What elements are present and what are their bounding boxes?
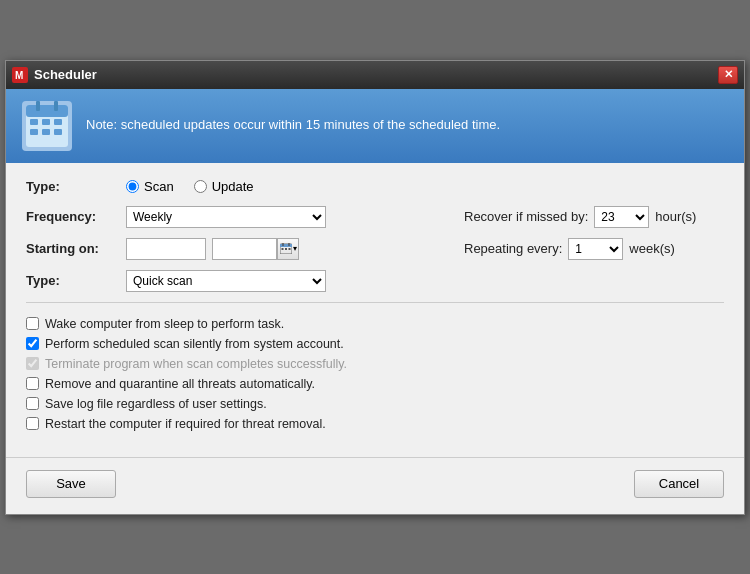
radio-update-option[interactable]: Update — [194, 179, 254, 194]
recover-section: Recover if missed by: 23 1 4 8 12 24 hou… — [464, 206, 724, 228]
frequency-right: Weekly Daily Monthly Recover if missed b… — [126, 206, 724, 228]
repeat-select[interactable]: 1 2 3 4 — [568, 238, 623, 260]
save-log-label[interactable]: Save log file regardless of user setting… — [45, 397, 267, 411]
starting-label: Starting on: — [26, 241, 126, 256]
restart-checkbox[interactable] — [26, 417, 39, 430]
svg-rect-17 — [281, 248, 283, 250]
remove-checkbox-row: Remove and quarantine all threats automa… — [26, 377, 724, 391]
checkbox-section: Wake computer from sleep to perform task… — [26, 313, 724, 441]
scan-type-label: Type: — [26, 273, 126, 288]
svg-rect-10 — [54, 129, 62, 135]
svg-rect-9 — [42, 129, 50, 135]
scheduler-window: M Scheduler ✕ Note: scheduled updates oc… — [5, 60, 745, 515]
save-log-checkbox[interactable] — [26, 397, 39, 410]
perform-checkbox[interactable] — [26, 337, 39, 350]
app-icon: M — [12, 67, 28, 83]
svg-rect-7 — [54, 119, 62, 125]
starting-right: 2/20/2012 3:00 PM ▾ Repeating ev — [126, 238, 724, 260]
divider — [26, 302, 724, 303]
svg-rect-5 — [30, 119, 38, 125]
svg-rect-19 — [288, 248, 290, 250]
scan-type-right: Quick scan Full scan Flash scan — [126, 270, 724, 292]
wake-checkbox-row: Wake computer from sleep to perform task… — [26, 317, 724, 331]
type-row: Type: Scan Update — [26, 179, 724, 194]
wake-checkbox[interactable] — [26, 317, 39, 330]
frequency-label: Frequency: — [26, 209, 126, 224]
recover-label: Recover if missed by: — [464, 209, 588, 224]
repeat-suffix: week(s) — [629, 241, 675, 256]
restart-checkbox-row: Restart the computer if required for thr… — [26, 417, 724, 431]
banner: Note: scheduled updates occur within 15 … — [6, 89, 744, 163]
save-button[interactable]: Save — [26, 470, 116, 498]
dropdown-arrow: ▾ — [293, 244, 297, 253]
svg-rect-4 — [26, 105, 68, 117]
repeating-label: Repeating every: — [464, 241, 562, 256]
date-input[interactable]: 2/20/2012 — [126, 238, 206, 260]
wake-label[interactable]: Wake computer from sleep to perform task… — [45, 317, 284, 331]
cancel-button[interactable]: Cancel — [634, 470, 724, 498]
perform-checkbox-row: Perform scheduled scan silently from sys… — [26, 337, 724, 351]
banner-note: Note: scheduled updates occur within 15 … — [86, 116, 500, 134]
starting-on-row: Starting on: 2/20/2012 3:00 PM ▾ — [26, 238, 724, 260]
type-label: Type: — [26, 179, 126, 194]
titlebar-left: M Scheduler — [12, 67, 97, 83]
radio-update[interactable] — [194, 180, 207, 193]
frequency-row: Frequency: Weekly Daily Monthly Recover … — [26, 206, 724, 228]
radio-scan[interactable] — [126, 180, 139, 193]
svg-rect-14 — [280, 244, 292, 247]
remove-label[interactable]: Remove and quarantine all threats automa… — [45, 377, 315, 391]
svg-rect-8 — [30, 129, 38, 135]
radio-update-label: Update — [212, 179, 254, 194]
close-button[interactable]: ✕ — [718, 66, 738, 84]
recover-suffix: hour(s) — [655, 209, 696, 224]
svg-rect-12 — [54, 101, 58, 111]
svg-rect-6 — [42, 119, 50, 125]
window-title: Scheduler — [34, 67, 97, 82]
type-radio-group: Scan Update — [126, 179, 254, 194]
scan-type-select[interactable]: Quick scan Full scan Flash scan — [126, 270, 326, 292]
time-input[interactable]: 3:00 PM — [212, 238, 277, 260]
main-content: Type: Scan Update Frequency: Weekly Dail… — [6, 163, 744, 457]
button-bar: Save Cancel — [6, 457, 744, 514]
radio-scan-label: Scan — [144, 179, 174, 194]
svg-rect-18 — [285, 248, 287, 250]
frequency-select[interactable]: Weekly Daily Monthly — [126, 206, 326, 228]
save-log-checkbox-row: Save log file regardless of user setting… — [26, 397, 724, 411]
restart-label[interactable]: Restart the computer if required for thr… — [45, 417, 326, 431]
titlebar: M Scheduler ✕ — [6, 61, 744, 89]
perform-label[interactable]: Perform scheduled scan silently from sys… — [45, 337, 344, 351]
terminate-checkbox — [26, 357, 39, 370]
calendar-button[interactable]: ▾ — [277, 238, 299, 260]
recover-select[interactable]: 23 1 4 8 12 24 — [594, 206, 649, 228]
svg-text:M: M — [15, 70, 23, 81]
scan-type-row: Type: Quick scan Full scan Flash scan — [26, 270, 724, 292]
calendar-btn-icon — [280, 243, 292, 254]
terminate-label: Terminate program when scan completes su… — [45, 357, 347, 371]
remove-checkbox[interactable] — [26, 377, 39, 390]
calendar-icon — [22, 101, 72, 151]
repeat-section: Repeating every: 1 2 3 4 week(s) — [464, 238, 724, 260]
radio-scan-option[interactable]: Scan — [126, 179, 174, 194]
terminate-checkbox-row: Terminate program when scan completes su… — [26, 357, 724, 371]
svg-rect-11 — [36, 101, 40, 111]
